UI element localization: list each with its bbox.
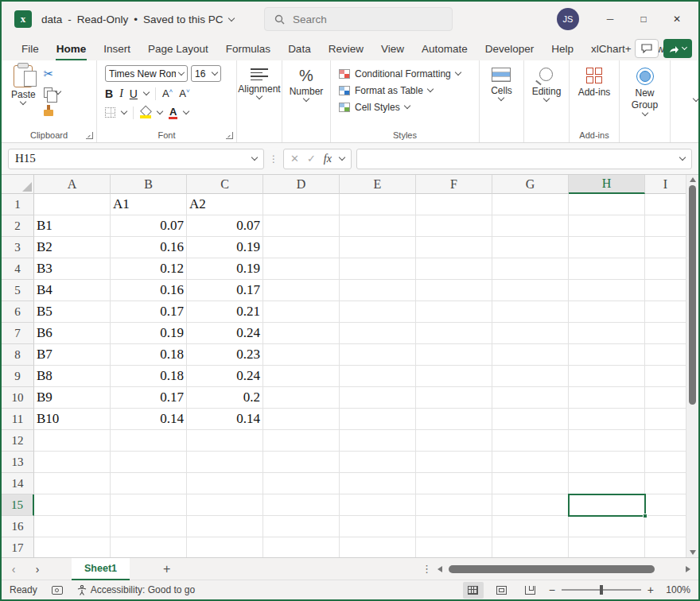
cell-H13[interactable]	[569, 452, 645, 473]
row-header-5[interactable]: 5	[2, 280, 34, 301]
cell-E3[interactable]	[340, 237, 416, 258]
cell-E5[interactable]	[340, 280, 416, 301]
cell-H12[interactable]	[569, 430, 645, 452]
cell-A5[interactable]: B4	[34, 280, 111, 301]
cell-H1[interactable]	[569, 194, 645, 215]
font-color-button[interactable]: A	[169, 107, 177, 119]
cell-A15[interactable]	[34, 494, 111, 516]
cell-E4[interactable]	[340, 258, 416, 280]
cell-I10[interactable]	[645, 387, 686, 409]
fill-handle[interactable]	[643, 514, 648, 518]
row-header-15[interactable]: 15	[2, 494, 34, 516]
cell-G11[interactable]	[492, 409, 569, 430]
cell-E16[interactable]	[340, 516, 416, 537]
cell-I6[interactable]	[645, 301, 686, 323]
cell-G7[interactable]	[492, 323, 569, 344]
ribbon-tab-xlchart-[interactable]: xlChart+	[582, 39, 640, 60]
cell-G8[interactable]	[492, 344, 569, 366]
cell-F8[interactable]	[416, 344, 492, 366]
cell-I11[interactable]	[645, 409, 686, 430]
cell-D12[interactable]	[263, 430, 340, 452]
column-header-G[interactable]: G	[492, 175, 569, 194]
vertical-scroll-thumb[interactable]	[689, 185, 696, 405]
column-header-F[interactable]: F	[416, 175, 492, 194]
cell-I4[interactable]	[645, 258, 686, 280]
cell-D15[interactable]	[263, 494, 340, 516]
cell-D2[interactable]	[263, 215, 340, 237]
ribbon-tab-automate[interactable]: Automate	[413, 39, 476, 60]
decrease-font-size-button[interactable]: A˅	[179, 87, 189, 99]
sheet-tab-sheet1[interactable]: Sheet1	[72, 558, 130, 580]
cell-F10[interactable]	[416, 387, 492, 409]
horizontal-scroll-thumb[interactable]	[449, 565, 655, 573]
cell-F7[interactable]	[416, 323, 492, 344]
cell-C3[interactable]: 0.19	[187, 237, 263, 258]
scroll-down-arrow-icon[interactable]	[690, 550, 696, 555]
copy-button[interactable]	[44, 85, 60, 99]
row-header-8[interactable]: 8	[2, 344, 34, 366]
vertical-scrollbar[interactable]	[686, 175, 698, 557]
cell-C10[interactable]: 0.2	[187, 387, 263, 409]
close-button[interactable]: ✕	[660, 6, 694, 33]
cell-B4[interactable]: 0.12	[111, 258, 187, 280]
cell-A12[interactable]	[34, 430, 111, 452]
cell-H16[interactable]	[569, 516, 645, 537]
cell-F13[interactable]	[416, 452, 492, 473]
conditional-formatting-button[interactable]: Conditional Formatting	[339, 65, 479, 82]
enter-formula-button[interactable]: ✓	[307, 153, 316, 165]
cell-I12[interactable]	[645, 430, 686, 452]
accessibility-status[interactable]: Accessibility: Good to go	[77, 584, 195, 595]
cell-C4[interactable]: 0.19	[187, 258, 263, 280]
row-header-13[interactable]: 13	[2, 452, 34, 473]
ribbon-tab-view[interactable]: View	[372, 39, 413, 60]
cell-I3[interactable]	[645, 237, 686, 258]
collapse-ribbon-button[interactable]	[693, 95, 699, 102]
cell-D9[interactable]	[263, 366, 340, 387]
cell-I16[interactable]	[645, 516, 686, 537]
cell-F16[interactable]	[416, 516, 492, 537]
page-layout-view-button[interactable]	[492, 582, 512, 599]
cell-H11[interactable]	[569, 409, 645, 430]
ribbon-tab-data[interactable]: Data	[279, 39, 320, 60]
cell-C17[interactable]	[187, 537, 263, 557]
cell-D3[interactable]	[263, 237, 340, 258]
add-sheet-button[interactable]: +	[163, 562, 170, 576]
cell-E9[interactable]	[340, 366, 416, 387]
insert-function-button[interactable]: fx	[324, 153, 332, 165]
cell-C7[interactable]: 0.24	[187, 323, 263, 344]
row-header-2[interactable]: 2	[2, 215, 34, 237]
cell-G13[interactable]	[492, 452, 569, 473]
zoom-level[interactable]: 100%	[662, 584, 690, 595]
cell-E8[interactable]	[340, 344, 416, 366]
cell-H6[interactable]	[569, 301, 645, 323]
worksheet-grid[interactable]: ABCDEFGHI 1A1A22B10.070.073B20.160.194B3…	[2, 175, 686, 557]
cell-D8[interactable]	[263, 344, 340, 366]
minimize-button[interactable]: ─	[593, 6, 627, 33]
cell-G14[interactable]	[492, 473, 569, 494]
cell-F11[interactable]	[416, 409, 492, 430]
name-box[interactable]: H15	[8, 149, 264, 169]
cell-H7[interactable]	[569, 323, 645, 344]
cell-B13[interactable]	[111, 452, 187, 473]
horizontal-scroll-track[interactable]	[447, 565, 681, 573]
cell-E12[interactable]	[340, 430, 416, 452]
cell-A7[interactable]: B6	[34, 323, 111, 344]
cell-C14[interactable]	[187, 473, 263, 494]
font-dialog-launcher-icon[interactable]	[226, 132, 233, 139]
cell-F4[interactable]	[416, 258, 492, 280]
row-header-9[interactable]: 9	[2, 366, 34, 387]
cell-E14[interactable]	[340, 473, 416, 494]
user-avatar[interactable]: JS	[557, 8, 579, 30]
selected-cell-outline[interactable]	[568, 494, 646, 517]
fill-color-button[interactable]	[140, 107, 151, 118]
cell-H5[interactable]	[569, 280, 645, 301]
cell-E10[interactable]	[340, 387, 416, 409]
cell-A2[interactable]: B1	[34, 215, 111, 237]
column-header-A[interactable]: A	[34, 175, 111, 194]
cell-A10[interactable]: B9	[34, 387, 111, 409]
cell-G6[interactable]	[492, 301, 569, 323]
cell-C16[interactable]	[187, 516, 263, 537]
bold-button[interactable]: B	[105, 87, 113, 100]
cell-D17[interactable]	[263, 537, 340, 557]
column-header-D[interactable]: D	[263, 175, 340, 194]
